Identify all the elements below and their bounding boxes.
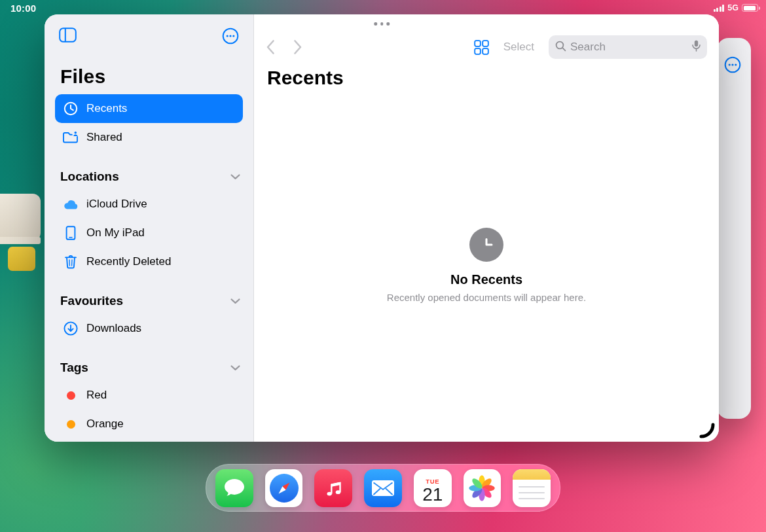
mail-envelope-icon [371,480,395,497]
ipad-icon [62,225,80,241]
sidebar-item-recently-deleted[interactable]: Recently Deleted [55,247,243,276]
sidebar-item-label: Red [86,389,107,402]
messages-bubble-icon [223,477,246,499]
sidebar-more-button[interactable] [222,27,239,44]
wallpaper-yellow-object [8,247,35,271]
section-header-favourites[interactable]: Favourites [45,288,253,314]
files-window: Files Recents Shared Locations [45,14,719,442]
sidebar-item-tag-orange[interactable]: Orange [55,410,243,438]
sidebar-toggle-button[interactable] [59,27,77,43]
dock-app-messages[interactable] [215,469,253,507]
sidebar: Files Recents Shared Locations [45,14,254,442]
download-circle-icon [62,321,80,336]
window-more-icon[interactable] [724,56,741,76]
photos-flower-icon [467,473,497,503]
icloud-drive-icon [62,198,80,210]
dock-app-photos[interactable] [464,469,502,507]
sidebar-item-label: Recently Deleted [86,255,171,268]
chevron-down-icon [230,295,240,307]
empty-state: No Recents Recently opened documents wil… [254,228,719,303]
music-note-icon [322,477,344,499]
page-title: Recents [267,67,344,89]
section-header-tags[interactable]: Tags [45,355,253,381]
dock-app-notes[interactable] [513,469,551,507]
shared-folder-icon [62,130,80,145]
back-button[interactable] [266,39,275,55]
clock-icon [62,101,80,116]
search-icon [555,41,566,54]
search-input[interactable] [570,41,688,54]
chevron-down-icon [230,171,240,183]
section-title: Tags [60,361,88,375]
sidebar-item-label: Orange [86,417,124,431]
window-drag-handle[interactable] [372,20,392,27]
select-button[interactable]: Select [503,41,534,54]
dock-app-mail[interactable] [364,469,402,507]
tag-orange-dot-icon [62,420,80,429]
calendar-icon: TUE 21 [414,472,452,504]
calendar-day: 21 [414,485,452,504]
signal-strength-icon [714,5,725,12]
status-bar: 10:00 5G [0,0,766,14]
sidebar-item-label: On My iPad [86,226,145,239]
microphone-icon[interactable] [692,40,701,55]
view-options-icon[interactable] [474,40,489,55]
sidebar-item-label: Downloads [86,322,141,335]
wallpaper-desk [0,237,41,244]
sidebar-item-downloads[interactable]: Downloads [55,314,243,343]
section-header-locations[interactable]: Locations [45,164,253,190]
wallpaper-imac [0,194,41,241]
chevron-down-icon [230,362,240,374]
dock-app-music[interactable] [314,469,352,507]
trash-icon [62,254,80,270]
sidebar-item-label: Shared [86,131,122,144]
search-field[interactable] [549,35,707,59]
window-resize-handle[interactable] [699,423,715,438]
sidebar-item-icloud-drive[interactable]: iCloud Drive [55,190,243,219]
section-title: Locations [60,169,119,184]
network-type-label: 5G [727,3,739,12]
section-title: Favourites [60,294,123,308]
battery-icon [742,4,758,12]
sidebar-item-label: Recents [86,102,127,115]
toolbar: Select [254,33,719,62]
tag-red-dot-icon [62,391,80,400]
empty-state-title: No Recents [254,272,719,287]
background-window[interactable] [717,38,751,419]
sidebar-item-recents[interactable]: Recents [55,94,243,123]
notes-icon [513,469,551,480]
content-area: Select Recents [254,14,719,442]
dock-app-calendar[interactable]: TUE 21 [414,469,452,507]
forward-button[interactable] [293,39,302,55]
dock: TUE 21 [206,464,560,512]
sidebar-item-shared[interactable]: Shared [55,123,243,152]
ipad-screen: 10:00 5G Files [0,0,766,532]
safari-compass-icon [270,474,299,503]
app-title: Files [45,65,253,88]
clock-time: 10:00 [10,3,36,14]
sidebar-item-on-my-ipad[interactable]: On My iPad [55,219,243,247]
sidebar-item-label: iCloud Drive [86,198,147,211]
sidebar-item-tag-red[interactable]: Red [55,381,243,410]
dock-app-safari[interactable] [265,469,303,507]
empty-state-subtitle: Recently opened documents will appear he… [254,292,719,303]
clock-empty-icon [469,228,503,262]
